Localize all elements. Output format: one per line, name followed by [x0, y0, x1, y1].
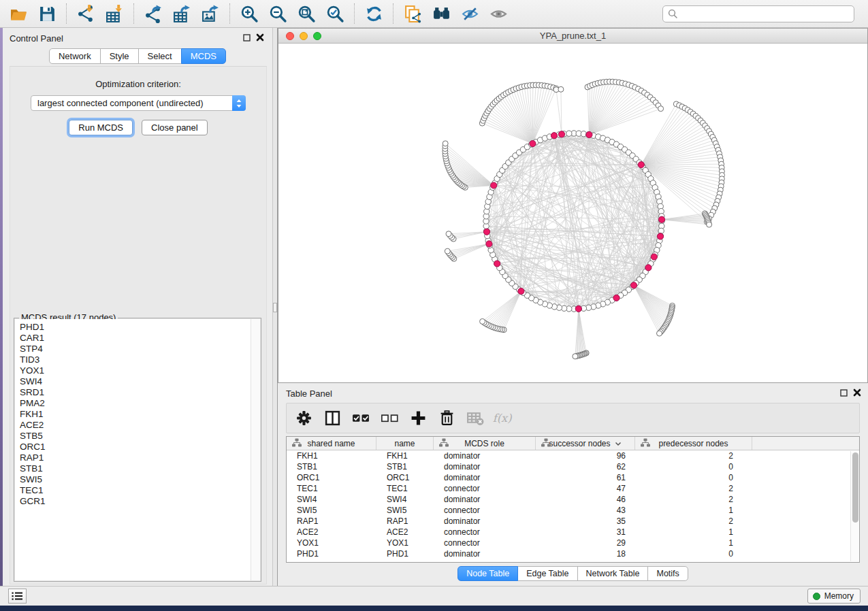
mcds-result-item[interactable]: TID3: [20, 354, 251, 365]
mcds-result-item[interactable]: RAP1: [20, 452, 251, 463]
close-panel-icon[interactable]: [256, 33, 264, 42]
table-row[interactable]: RAP1RAP1dominator352: [287, 516, 859, 527]
table-scrollbar[interactable]: [850, 451, 858, 561]
search-input[interactable]: [681, 9, 849, 19]
mcds-result-item[interactable]: STB1: [20, 463, 251, 474]
main-toolbar: [0, 0, 868, 28]
network-canvas[interactable]: [278, 44, 867, 382]
delete-table-icon: [462, 406, 488, 431]
cell-name: ORC1: [376, 473, 434, 482]
table-row[interactable]: YOX1YOX1connector291: [287, 538, 859, 548]
table-settings-icon[interactable]: [291, 406, 317, 431]
delete-column-icon[interactable]: [434, 406, 460, 431]
mcds-result-item[interactable]: SRD1: [20, 387, 251, 398]
first-neighbors-icon[interactable]: [427, 2, 455, 25]
export-table-icon[interactable]: [167, 2, 196, 25]
mcds-result-item[interactable]: PHD1: [20, 322, 251, 333]
cell-MCDS-role: connector: [434, 484, 536, 493]
mcds-result-item[interactable]: CAR1: [20, 333, 251, 344]
mcds-result-item[interactable]: GCR1: [20, 496, 251, 507]
tab-edge-table[interactable]: Edge Table: [517, 566, 577, 581]
table-row[interactable]: SWI4SWI4dominator462: [287, 494, 859, 505]
mcds-result-item[interactable]: STB5: [20, 431, 251, 442]
zoom-in-icon[interactable]: [235, 2, 263, 25]
mcds-result-item[interactable]: ACE2: [20, 420, 251, 431]
memory-button[interactable]: Memory: [807, 589, 861, 604]
table-row[interactable]: ACE2ACE2connector311: [287, 527, 859, 538]
cell-predecessor-nodes: 1: [635, 527, 752, 537]
close-window-icon[interactable]: [286, 32, 294, 40]
maximize-window-icon[interactable]: [313, 32, 321, 40]
tab-select[interactable]: Select: [138, 48, 182, 64]
table-row[interactable]: ORC1ORC1dominator610: [287, 472, 859, 483]
split-panel-icon[interactable]: [319, 406, 345, 431]
mcds-result-item[interactable]: PMA2: [20, 398, 251, 409]
column-header-predecessor-nodes[interactable]: predecessor nodes: [635, 437, 752, 450]
mcds-result-item[interactable]: YOX1: [20, 365, 251, 376]
show-all-icon[interactable]: [484, 2, 513, 25]
import-table-icon[interactable]: [100, 2, 129, 25]
hide-selected-icon[interactable]: [455, 2, 484, 25]
tab-mcds[interactable]: MCDS: [181, 48, 226, 64]
vertical-splitter[interactable]: [272, 28, 278, 586]
table-row[interactable]: STB1STB1dominator620: [287, 461, 859, 472]
mcds-result-item[interactable]: SWI5: [20, 474, 251, 485]
table-row[interactable]: TEC1TEC1connector472: [287, 483, 859, 494]
column-header-MCDS-role[interactable]: MCDS role: [434, 437, 536, 450]
column-header-name[interactable]: name: [376, 437, 434, 450]
tab-network[interactable]: Network: [49, 48, 101, 64]
open-file-icon[interactable]: [4, 2, 33, 25]
show-panels-button[interactable]: [8, 589, 27, 604]
cell-MCDS-role: dominator: [434, 495, 536, 504]
new-network-from-selection-icon[interactable]: [398, 2, 427, 25]
minimize-window-icon[interactable]: [300, 32, 308, 40]
unselect-all-icon[interactable]: [376, 406, 402, 431]
desktop-background-bottom: [0, 606, 868, 611]
search-box[interactable]: [662, 5, 854, 22]
float-table-panel-icon[interactable]: [840, 389, 848, 397]
mcds-result-item[interactable]: FKH1: [20, 409, 251, 420]
mcds-result-item[interactable]: SWI4: [20, 376, 251, 387]
apply-function-icon: f(x): [491, 406, 517, 431]
export-network-icon[interactable]: [139, 2, 167, 25]
tab-style[interactable]: Style: [100, 48, 139, 64]
add-column-icon[interactable]: [405, 406, 431, 431]
zoom-selected-icon[interactable]: [321, 2, 349, 25]
column-header-shared-name[interactable]: shared name: [287, 437, 376, 450]
close-panel-button[interactable]: Close panel: [142, 120, 208, 135]
mcds-result-list[interactable]: PHD1CAR1STP4TID3YOX1SWI4SRD1PMA2FKH1ACE2…: [15, 319, 251, 580]
run-mcds-button[interactable]: Run MCDS: [69, 120, 133, 135]
control-panel-tabs: NetworkStyleSelectMCDS: [3, 48, 272, 64]
tab-network-table[interactable]: Network Table: [577, 566, 649, 581]
tab-node-table[interactable]: Node Table: [457, 566, 518, 581]
table-row[interactable]: SWI5SWI5connector431: [287, 505, 859, 516]
table-row[interactable]: FKH1FKH1dominator962: [287, 450, 859, 461]
cell-name: TEC1: [376, 484, 434, 493]
zoom-fit-icon[interactable]: [292, 2, 321, 25]
mcds-result-item[interactable]: ORC1: [20, 442, 251, 452]
cell-shared-name: TEC1: [287, 484, 376, 493]
cell-predecessor-nodes: 2: [635, 451, 752, 461]
mcds-list-scrollbar[interactable]: [251, 319, 260, 580]
mcds-result-item[interactable]: TEC1: [20, 485, 251, 496]
splitter-grip[interactable]: [273, 303, 277, 312]
export-image-icon[interactable]: [196, 2, 225, 25]
node-table: shared namenameMCDS rolesuccessor nodesp…: [286, 436, 860, 563]
column-header-successor-nodes[interactable]: successor nodes: [536, 437, 635, 450]
cell-successor-nodes: 96: [536, 451, 635, 461]
tab-motifs[interactable]: Motifs: [647, 566, 688, 581]
mcds-result-item[interactable]: STP4: [20, 344, 251, 354]
close-table-panel-icon[interactable]: [853, 389, 861, 397]
select-all-icon[interactable]: [348, 406, 374, 431]
network-window-titlebar[interactable]: YPA_prune.txt_1: [278, 29, 867, 44]
cell-name: ACE2: [376, 527, 434, 537]
column-label: shared name: [307, 439, 355, 448]
zoom-out-icon[interactable]: [263, 2, 292, 25]
float-panel-icon[interactable]: [243, 34, 251, 42]
import-network-icon[interactable]: [71, 2, 100, 25]
table-row[interactable]: PHD1PHD1dominator180: [287, 548, 859, 559]
save-session-icon[interactable]: [33, 2, 61, 25]
refresh-icon[interactable]: [359, 2, 388, 25]
optimization-criterion-select[interactable]: largest connected component (undirected): [31, 95, 246, 111]
table-scrollbar-thumb[interactable]: [852, 452, 858, 523]
